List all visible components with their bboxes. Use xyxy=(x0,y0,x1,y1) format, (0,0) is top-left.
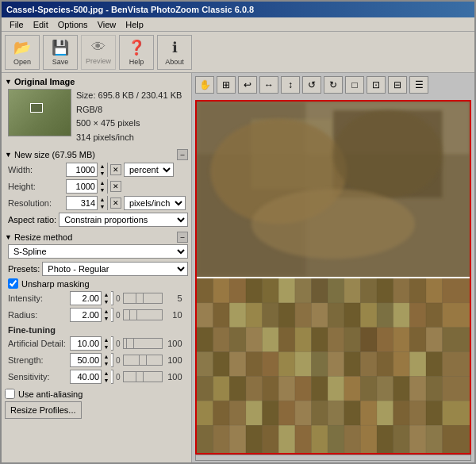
rotate-ccw-tool[interactable]: ↺ xyxy=(302,76,321,94)
menu-options[interactable]: Options xyxy=(53,19,93,30)
save-icon: 💾 xyxy=(52,39,69,56)
open-button[interactable]: 📂 Open xyxy=(5,35,40,70)
resolution-x-btn[interactable]: ✕ xyxy=(110,197,121,209)
width-value[interactable] xyxy=(67,163,97,176)
sensitivity-value[interactable] xyxy=(71,370,101,383)
svg-rect-69 xyxy=(393,351,410,376)
height-x-btn[interactable]: ✕ xyxy=(110,181,121,192)
sensitivity-input[interactable]: ▲ ▼ xyxy=(70,370,113,384)
save-button[interactable]: 💾 Save xyxy=(43,35,78,70)
fit-tool[interactable]: □ xyxy=(345,76,364,94)
method-select[interactable]: S-Spline Lanczos Bicubic xyxy=(8,244,188,259)
unsharp-checkbox[interactable] xyxy=(8,278,18,289)
original-image-title: Original Image xyxy=(14,77,75,86)
menu-help[interactable]: Help xyxy=(121,19,148,30)
strength-down[interactable]: ▼ xyxy=(102,360,111,367)
width-up[interactable]: ▲ xyxy=(98,163,107,170)
aspect-select[interactable]: Constrain proportions Free xyxy=(59,213,188,227)
split-h-tool[interactable]: ⊟ xyxy=(388,76,407,94)
svg-rect-67 xyxy=(360,351,377,376)
svg-rect-45 xyxy=(263,327,279,351)
sensitivity-min: 0 xyxy=(116,373,121,382)
svg-rect-12 xyxy=(246,278,263,303)
resolution-unit-select[interactable]: pixels/inch pixels/cm xyxy=(124,196,186,210)
width-input[interactable]: ▲ ▼ xyxy=(66,163,108,177)
width-label: Width: xyxy=(8,165,63,174)
art-detail-input[interactable]: ▲ ▼ xyxy=(70,336,113,351)
resolution-down[interactable]: ▼ xyxy=(98,203,107,210)
about-button[interactable]: ℹ About xyxy=(157,35,192,70)
presets-select[interactable]: Photo - Regular Photo - Soft Illustratio… xyxy=(42,262,188,276)
height-input[interactable]: ▲ ▼ xyxy=(66,179,108,194)
resolution-input[interactable]: ▲ ▼ xyxy=(66,196,108,210)
width-down[interactable]: ▼ xyxy=(98,170,107,177)
preview-button[interactable]: 👁 Preview xyxy=(81,35,116,70)
svg-rect-118 xyxy=(409,425,426,453)
svg-rect-15 xyxy=(295,278,312,303)
menu-edit[interactable]: Edit xyxy=(29,19,53,30)
svg-rect-98 xyxy=(344,401,361,425)
svg-rect-117 xyxy=(393,425,410,453)
svg-rect-91 xyxy=(229,401,246,425)
radius-up[interactable]: ▲ xyxy=(102,308,111,315)
art-detail-up[interactable]: ▲ xyxy=(102,336,111,343)
height-arrows: ▲ ▼ xyxy=(97,179,107,194)
menu-view[interactable]: View xyxy=(93,19,121,30)
sensitivity-up[interactable]: ▲ xyxy=(102,370,111,377)
crop-tool[interactable]: ↩ xyxy=(238,76,257,94)
height-value[interactable] xyxy=(67,180,97,193)
height-down[interactable]: ▼ xyxy=(98,186,107,194)
method-collapse-btn[interactable]: – xyxy=(177,232,188,243)
strength-value[interactable] xyxy=(71,354,101,366)
image-info: Size: 695.8 KB / 230.41 KB RGB/8 500 × 4… xyxy=(76,89,182,144)
full-tool[interactable]: ☰ xyxy=(409,76,428,94)
collapse-btn[interactable]: – xyxy=(177,149,188,160)
art-detail-slider[interactable] xyxy=(123,338,163,349)
svg-rect-105 xyxy=(197,425,213,453)
help-button[interactable]: ❓ Help xyxy=(119,35,154,70)
art-detail-down[interactable]: ▼ xyxy=(102,343,111,351)
svg-rect-33 xyxy=(328,302,344,327)
menu-file[interactable]: File xyxy=(5,19,29,30)
resolution-up[interactable]: ▲ xyxy=(98,196,107,203)
intensity-down[interactable]: ▼ xyxy=(102,298,111,305)
height-up[interactable]: ▲ xyxy=(98,179,107,186)
sensitivity-down[interactable]: ▼ xyxy=(102,377,111,384)
resolution-value[interactable] xyxy=(67,197,97,209)
strength-input[interactable]: ▲ ▼ xyxy=(70,353,113,367)
intensity-label: Intensity: xyxy=(8,293,67,303)
intensity-up[interactable]: ▲ xyxy=(102,291,111,298)
flip-v-tool[interactable]: ↕ xyxy=(281,76,300,94)
svg-rect-54 xyxy=(409,327,426,351)
scrollbar-horizontal[interactable] xyxy=(195,454,471,461)
flip-h-tool[interactable]: ↔ xyxy=(259,76,278,94)
intensity-input[interactable]: ▲ ▼ xyxy=(70,291,113,305)
svg-rect-24 xyxy=(443,278,470,303)
image-dimensions: 500 × 475 pixels xyxy=(76,117,182,131)
width-x-btn[interactable]: ✕ xyxy=(110,164,121,175)
zoom-tool[interactable]: ⊞ xyxy=(217,76,236,94)
sensitivity-slider[interactable] xyxy=(123,371,163,382)
svg-rect-22 xyxy=(409,278,426,303)
strength-up[interactable]: ▲ xyxy=(102,353,111,360)
hand-tool[interactable]: ✋ xyxy=(195,76,214,94)
split-v-tool[interactable]: ⊡ xyxy=(367,76,386,94)
strength-max: 100 xyxy=(165,355,182,365)
width-unit-select[interactable]: percent pixels inches xyxy=(124,163,174,177)
new-size-header-row: ▼ New size (67.95 MB) – xyxy=(5,149,188,160)
svg-rect-28 xyxy=(246,302,263,327)
art-detail-value[interactable] xyxy=(71,337,101,350)
radius-input[interactable]: ▲ ▼ xyxy=(70,308,113,322)
resolution-arrows: ▲ ▼ xyxy=(97,196,107,210)
radius-slider[interactable] xyxy=(123,309,163,320)
resize-profiles-button[interactable]: Resize Profiles... xyxy=(5,401,82,419)
intensity-value[interactable] xyxy=(71,292,101,305)
rotate-cw-tool[interactable]: ↻ xyxy=(324,76,343,94)
intensity-slider[interactable] xyxy=(123,293,163,304)
strength-slider[interactable] xyxy=(123,355,163,366)
radius-value[interactable] xyxy=(71,309,101,321)
radius-down[interactable]: ▼ xyxy=(102,315,111,322)
anti-aliasing-checkbox[interactable] xyxy=(5,389,15,399)
svg-rect-92 xyxy=(246,401,263,425)
open-label: Open xyxy=(13,58,31,66)
